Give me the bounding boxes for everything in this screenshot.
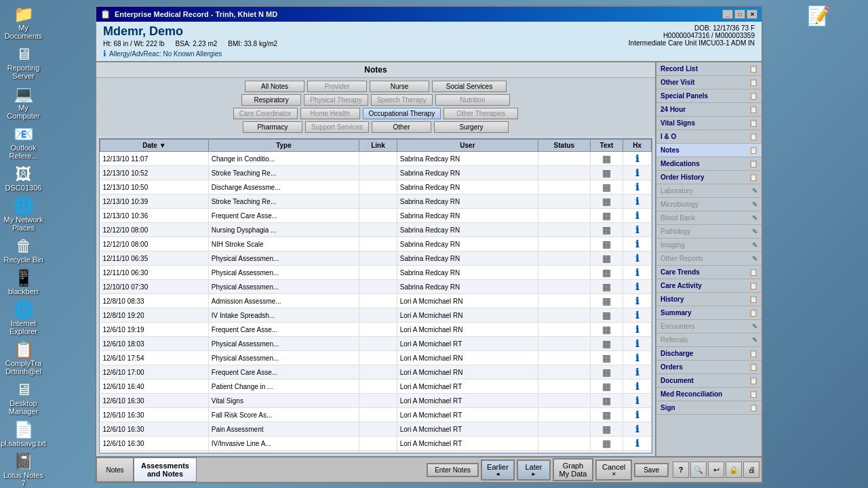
- sidebar-item-vital-signs[interactable]: Vital Signs 📋: [656, 117, 762, 130]
- filter-speech[interactable]: Speech Therapy: [371, 94, 433, 106]
- save-button[interactable]: Save: [634, 463, 669, 477]
- desktop-icon-documents[interactable]: 📁 My Documents: [1, 3, 45, 42]
- cell-hx[interactable]: ℹ: [623, 337, 652, 351]
- cancel-button[interactable]: Cancel✕: [595, 460, 632, 481]
- table-row[interactable]: 12/13/10 10:39 Stroke Teaching Re... Sab…: [100, 195, 652, 209]
- desktop-icon-recycle[interactable]: 🗑 Recycle Bin: [1, 235, 45, 266]
- sidebar-item-care-activity[interactable]: Care Activity 📋: [656, 279, 762, 293]
- table-row[interactable]: 12/6/10 16:30 Vital Signs Lori A Mcmicha…: [100, 394, 652, 408]
- sidebar-item-med-reconciliation[interactable]: Med Reconciliation 📋: [656, 388, 762, 401]
- filter-all-notes[interactable]: All Notes: [245, 81, 304, 92]
- cell-text[interactable]: ▦: [590, 195, 623, 209]
- minimize-button[interactable]: _: [722, 9, 733, 19]
- cell-text[interactable]: ▦: [590, 351, 623, 365]
- sidebar-item-i-&-o[interactable]: I & O 📋: [656, 130, 762, 144]
- filter-provider[interactable]: Provider: [307, 81, 367, 92]
- cell-hx[interactable]: ℹ: [623, 408, 652, 422]
- col-header-text[interactable]: Text: [590, 140, 623, 152]
- desktop-icon-comply[interactable]: 📋 ComplyTra Drtrinh@el: [1, 338, 45, 378]
- table-row[interactable]: 12/11/10 06:35 Physical Assessmen... Sab…: [100, 251, 652, 266]
- later-button[interactable]: Later►: [517, 460, 551, 481]
- cell-text[interactable]: ▦: [590, 294, 623, 308]
- sidebar-item-laboratory[interactable]: Laboratory ✎: [656, 184, 762, 198]
- cell-text[interactable]: ▦: [590, 323, 623, 337]
- col-header-status[interactable]: Status: [538, 140, 590, 152]
- table-row[interactable]: 12/6/10 16:30 IV/Invasive Line A... Lori…: [100, 436, 652, 451]
- cell-hx[interactable]: ℹ: [623, 365, 652, 380]
- cell-text[interactable]: ▦: [590, 380, 623, 394]
- col-header-user[interactable]: User: [397, 140, 538, 152]
- filter-care-coordinator[interactable]: Care Coordinator: [233, 108, 298, 119]
- sidebar-item-other-visit[interactable]: Other Visit 📋: [656, 76, 762, 89]
- desktop-icon-network[interactable]: 🌐 My Network Places: [1, 195, 45, 234]
- sidebar-item-pathology[interactable]: Pathology ✎: [656, 225, 762, 239]
- cell-text[interactable]: ▦: [590, 308, 623, 323]
- sidebar-item-blood-bank[interactable]: Blood Bank ✎: [656, 211, 762, 225]
- cell-text[interactable]: ▦: [590, 422, 623, 436]
- table-row[interactable]: 12/13/10 11:07 Change in Conditio... Sab…: [100, 152, 652, 166]
- col-header-hx[interactable]: Hx: [623, 140, 652, 152]
- cell-hx[interactable]: ℹ: [623, 280, 652, 294]
- cell-hx[interactable]: ℹ: [623, 351, 652, 365]
- sidebar-item-care-trends[interactable]: Care Trends 📋: [656, 266, 762, 279]
- table-row[interactable]: 12/12/10 08:00 NIH Stroke Scale Sabrina …: [100, 237, 652, 251]
- filter-respiratory[interactable]: Respiratory: [241, 94, 301, 106]
- cell-text[interactable]: ▦: [590, 365, 623, 380]
- cell-hx[interactable]: ℹ: [623, 451, 652, 454]
- filter-surgery[interactable]: Surgery: [434, 121, 509, 133]
- desktop-icon-desktop[interactable]: 🖥 Desktop Manager: [1, 378, 45, 418]
- cell-hx[interactable]: ℹ: [623, 436, 652, 451]
- cell-text[interactable]: ▦: [590, 280, 623, 294]
- cell-hx[interactable]: ℹ: [623, 266, 652, 280]
- table-row[interactable]: 12/6/10 19:19 Frequent Care Asse... Lori…: [100, 323, 652, 337]
- filter-support[interactable]: Support Services: [305, 121, 369, 133]
- filter-occupational[interactable]: Occupational Therapy: [363, 108, 441, 119]
- cell-hx[interactable]: ℹ: [623, 152, 652, 166]
- cell-text[interactable]: ▦: [590, 209, 623, 223]
- table-row[interactable]: 12/10/10 07:30 Physical Assessmen... Sab…: [100, 280, 652, 294]
- col-header-type[interactable]: Type: [208, 140, 359, 152]
- sidebar-item-notes[interactable]: Notes 📋: [656, 144, 762, 157]
- filter-other-therapies[interactable]: Other Therapies: [443, 108, 518, 119]
- cell-text[interactable]: ▦: [590, 436, 623, 451]
- lock-button[interactable]: 🔒: [726, 462, 742, 478]
- table-row[interactable]: 12/13/10 10:50 Discharge Assessme... Sab…: [100, 180, 652, 195]
- table-row[interactable]: 12/6/10 17:54 Physical Assessmen... Lori…: [100, 351, 652, 365]
- sidebar-item-special-panels[interactable]: Special Panels 📋: [656, 89, 762, 103]
- desktop-icon-sat[interactable]: 📄 pl.satisavg.txt: [1, 418, 45, 449]
- filter-pharmacy[interactable]: Pharmacy: [243, 121, 302, 133]
- sidebar-item-other-reports[interactable]: Other Reports ✎: [656, 252, 762, 266]
- table-row[interactable]: 12/13/10 10:36 Frequent Care Asse... Sab…: [100, 209, 652, 223]
- sidebar-item-encounters[interactable]: Encounters ✎: [656, 320, 762, 333]
- desktop-icon-lotus[interactable]: 📓 Lotus Notes 7: [1, 450, 45, 488]
- sidebar-item-orders[interactable]: Orders 📋: [656, 361, 762, 374]
- cell-hx[interactable]: ℹ: [623, 237, 652, 251]
- table-row[interactable]: 12/6/10 17:00 Frequent Care Asse... Lori…: [100, 365, 652, 380]
- cell-hx[interactable]: ℹ: [623, 294, 652, 308]
- sidebar-item-sign[interactable]: Sign 📋: [656, 401, 762, 415]
- graph-button[interactable]: GraphMy Data: [553, 458, 593, 481]
- cell-hx[interactable]: ℹ: [623, 180, 652, 195]
- sidebar-item-medications[interactable]: Medications 📋: [656, 157, 762, 171]
- desktop-icon-dsc[interactable]: 🖼 DSC01306: [1, 163, 45, 194]
- cell-text[interactable]: ▦: [590, 266, 623, 280]
- cell-text[interactable]: ▦: [590, 180, 623, 195]
- desktop-icon-outlook[interactable]: 📧 Outlook Refere...: [1, 123, 45, 162]
- table-row[interactable]: 12/11/10 06:30 Physical Assessmen... Sab…: [100, 266, 652, 280]
- filter-nutrition[interactable]: Nutrition: [435, 94, 510, 106]
- back-button[interactable]: ↩: [708, 462, 724, 478]
- sidebar-item-history[interactable]: History 📋: [656, 293, 762, 306]
- cell-text[interactable]: ▦: [590, 251, 623, 266]
- filter-other[interactable]: Other: [372, 121, 431, 133]
- close-button[interactable]: ✕: [747, 9, 757, 19]
- table-row[interactable]: 12/8/10 08:33 Admission Assessme... Lori…: [100, 294, 652, 308]
- cell-hx[interactable]: ℹ: [623, 308, 652, 323]
- notes-table-container[interactable]: Date ▼ Type Link User Status Text Hx 12/…: [99, 138, 652, 453]
- filter-physical[interactable]: Physical Therapy: [304, 94, 368, 106]
- cell-hx[interactable]: ℹ: [623, 166, 652, 180]
- cell-text[interactable]: ▦: [590, 152, 623, 166]
- search-button[interactable]: 🔍: [690, 462, 707, 478]
- cell-hx[interactable]: ℹ: [623, 394, 652, 408]
- desktop-icon-blackberry[interactable]: 📱 blackberr: [1, 266, 45, 298]
- sidebar-item-imaging[interactable]: Imaging ✎: [656, 239, 762, 252]
